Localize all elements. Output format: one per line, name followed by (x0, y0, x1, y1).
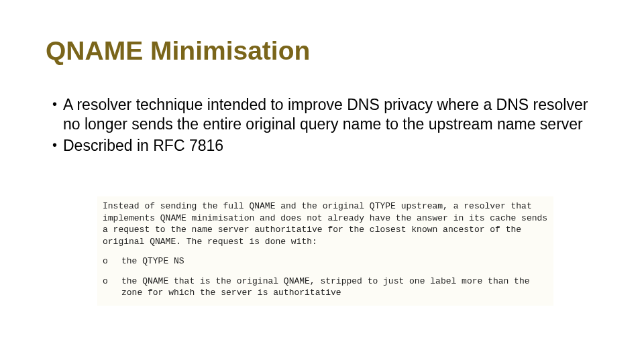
bullet-list: • A resolver technique intended to impro… (52, 95, 602, 157)
excerpt-intro: Instead of sending the full QNAME and th… (103, 200, 548, 247)
bullet-marker: • (52, 95, 63, 113)
excerpt-item-text: the QTYPE NS (121, 255, 548, 267)
bullet-text: Described in RFC 7816 (63, 136, 602, 156)
excerpt-list-item: o the QNAME that is the original QNAME, … (103, 276, 548, 299)
bullet-marker: • (52, 136, 63, 154)
rfc-excerpt: Instead of sending the full QNAME and th… (97, 196, 553, 306)
bullet-text: A resolver technique intended to improve… (63, 95, 602, 135)
excerpt-marker: o (103, 276, 121, 299)
excerpt-list-item: o the QTYPE NS (103, 255, 548, 267)
slide-title: QNAME Minimisation (46, 36, 310, 66)
excerpt-item-text: the QNAME that is the original QNAME, st… (121, 276, 548, 299)
bullet-item: • A resolver technique intended to impro… (52, 95, 602, 135)
bullet-item: • Described in RFC 7816 (52, 136, 602, 156)
excerpt-marker: o (103, 255, 121, 267)
slide: QNAME Minimisation • A resolver techniqu… (0, 0, 644, 362)
